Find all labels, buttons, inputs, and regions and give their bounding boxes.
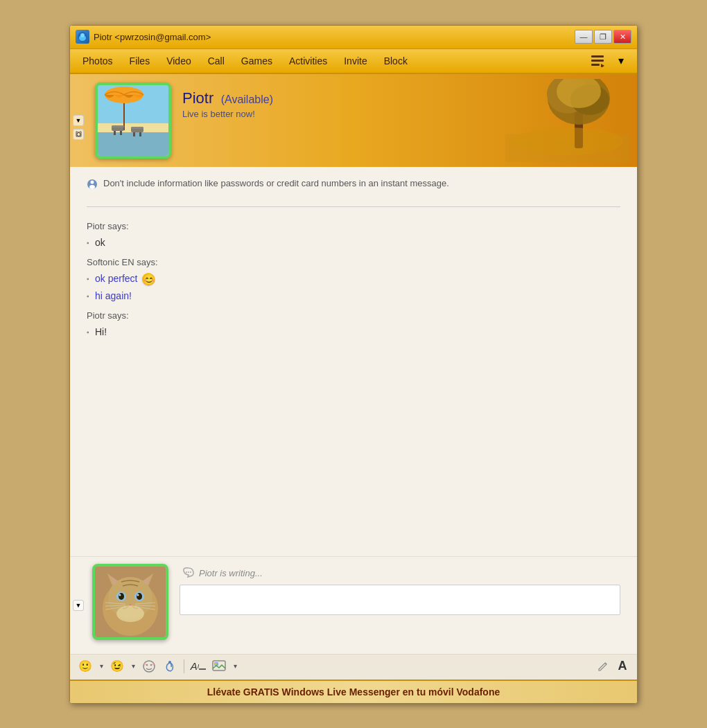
profile-mood: Live is better now! xyxy=(182,109,273,119)
svg-point-54 xyxy=(190,571,191,573)
window-controls: — ❐ ✕ xyxy=(575,30,631,44)
message-1: ok xyxy=(87,236,620,250)
svg-rect-15 xyxy=(114,131,116,135)
collapse-bottom-button[interactable]: ▼ xyxy=(73,600,84,611)
svg-point-64 xyxy=(215,663,217,665)
svg-rect-14 xyxy=(112,125,124,127)
wink-dropdown[interactable]: ▾ xyxy=(128,657,138,675)
svg-rect-5 xyxy=(591,64,600,66)
chat-area: Don't include information like passwords… xyxy=(70,167,637,556)
emoji-button[interactable]: 🙂 xyxy=(76,657,95,675)
background-button[interactable] xyxy=(209,657,229,675)
svg-point-41 xyxy=(137,593,142,600)
emoji-dropdown[interactable]: ▾ xyxy=(96,657,106,675)
svg-rect-3 xyxy=(591,55,604,57)
background-dropdown[interactable]: ▾ xyxy=(230,657,240,675)
svg-point-29 xyxy=(91,180,94,184)
window-title: Piotr <pwrzosin@gmail.com> xyxy=(94,32,575,42)
svg-rect-20 xyxy=(139,132,141,136)
security-notice: Don't include information like passwords… xyxy=(87,178,620,193)
footer-text: Llévate GRATIS Windows Live Messenger en… xyxy=(207,686,500,698)
security-icon xyxy=(87,179,98,193)
emoji-smile: 😊 xyxy=(142,273,155,285)
menu-games[interactable]: Games xyxy=(234,53,279,69)
message-2: ok perfect 😊 xyxy=(87,272,620,286)
my-avatar xyxy=(92,564,168,640)
svg-point-30 xyxy=(89,185,95,189)
profile-header: ▼ xyxy=(70,74,637,167)
minimize-button[interactable]: — xyxy=(575,30,593,44)
messenger-window: Piotr <pwrzosin@gmail.com> — ❐ ✕ Photos … xyxy=(69,25,638,704)
svg-point-57 xyxy=(150,664,152,665)
edit-button[interactable] xyxy=(594,657,612,675)
menu-icon-button[interactable] xyxy=(587,53,608,69)
menu-photos[interactable]: Photos xyxy=(76,53,120,69)
menu-activities[interactable]: Activities xyxy=(282,53,334,69)
menu-video[interactable]: Video xyxy=(159,53,198,69)
profile-name: Piotr xyxy=(182,89,213,107)
svg-point-2 xyxy=(80,33,85,37)
svg-point-56 xyxy=(146,664,148,665)
profile-info: Piotr (Available) Live is better now! xyxy=(182,82,273,119)
menubar: Photos Files Video Call Games Activities… xyxy=(70,49,637,74)
close-button[interactable]: ✕ xyxy=(613,30,631,44)
writing-status-text: Piotr is writing... xyxy=(199,568,263,578)
message-4: Hi! xyxy=(87,325,620,339)
app-icon xyxy=(76,30,89,44)
svg-point-43 xyxy=(137,594,139,596)
divider xyxy=(87,206,620,207)
font-button[interactable]: AI xyxy=(189,657,208,675)
svg-rect-19 xyxy=(133,132,135,136)
toolbar-divider xyxy=(184,659,184,673)
menu-call[interactable]: Call xyxy=(201,53,232,69)
message-3: hi again! xyxy=(87,289,620,303)
svg-point-52 xyxy=(186,571,187,573)
svg-point-53 xyxy=(188,571,189,573)
svg-line-65 xyxy=(605,663,606,664)
titlebar: Piotr <pwrzosin@gmail.com> — ❐ ✕ xyxy=(70,26,637,49)
writing-status: Piotr is writing... xyxy=(180,567,620,580)
svg-point-27 xyxy=(512,127,623,155)
svg-point-7 xyxy=(77,133,80,136)
menu-dropdown-button[interactable]: ▾ xyxy=(611,53,631,69)
emoticons-button[interactable] xyxy=(139,657,159,675)
speaker-piotr-1: Piotr says: xyxy=(87,221,620,231)
svg-rect-16 xyxy=(120,131,122,135)
svg-point-42 xyxy=(119,594,121,596)
speaker-softonic: Softonic EN says: xyxy=(87,257,620,267)
footer-ad: Llévate GRATIS Windows Live Messenger en… xyxy=(70,680,637,703)
message-input[interactable] xyxy=(180,585,620,615)
font-size-button[interactable]: A xyxy=(613,657,631,675)
my-profile-area: ▼ xyxy=(70,557,637,654)
menu-files[interactable]: Files xyxy=(123,53,157,69)
writing-icon xyxy=(182,567,195,580)
svg-point-58 xyxy=(144,663,146,665)
speaker-piotr-2: Piotr says: xyxy=(87,310,620,321)
contact-avatar xyxy=(95,82,171,159)
profile-name-display: Piotr (Available) xyxy=(182,89,273,107)
bottom-section: ▼ xyxy=(70,556,637,680)
profile-status: (Available) xyxy=(221,94,273,105)
svg-point-40 xyxy=(119,593,124,600)
collapse-profile-button[interactable]: ▼ xyxy=(73,115,84,126)
toolbar: 🙂 ▾ 😉 ▾ xyxy=(70,654,637,680)
svg-marker-6 xyxy=(601,64,604,67)
background-decoration xyxy=(485,74,637,167)
restore-button[interactable]: ❐ xyxy=(594,30,612,44)
menu-invite[interactable]: Invite xyxy=(337,53,374,69)
svg-point-59 xyxy=(152,663,155,665)
menu-block[interactable]: Block xyxy=(377,53,414,69)
wink-button[interactable]: 😉 xyxy=(107,657,127,675)
svg-point-55 xyxy=(143,661,155,672)
writing-area: Piotr is writing... xyxy=(168,564,629,618)
camera-button[interactable] xyxy=(73,129,84,140)
svg-rect-18 xyxy=(131,127,143,129)
svg-point-60 xyxy=(168,661,171,664)
svg-point-51 xyxy=(116,605,144,622)
contact-avatar-frame xyxy=(95,82,171,159)
security-text: Don't include information like passwords… xyxy=(103,178,449,188)
svg-rect-4 xyxy=(591,60,604,62)
nudge-button[interactable] xyxy=(160,657,180,675)
